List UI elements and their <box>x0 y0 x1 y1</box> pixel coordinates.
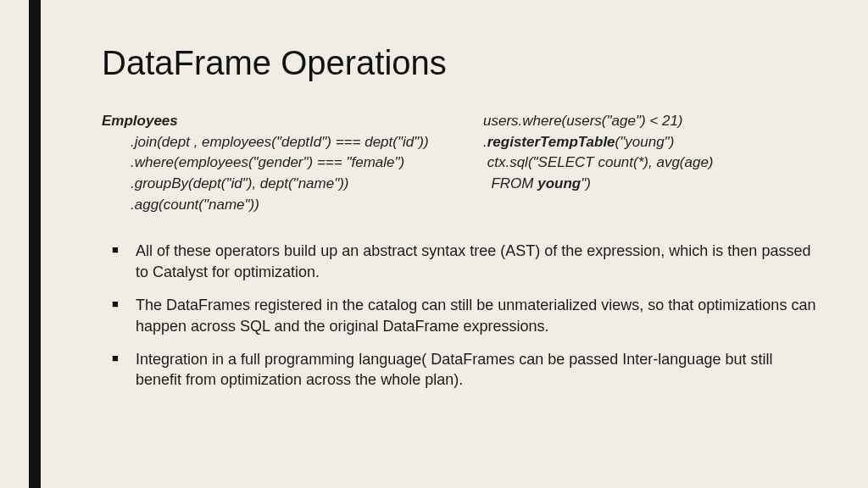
code-bold: Employees <box>102 113 178 129</box>
code-text: ("young") <box>615 134 675 150</box>
code-line: .where(employees("gender") === "female") <box>102 152 449 174</box>
slide-content: DataFrame Operations Employees .join(dep… <box>102 44 817 402</box>
code-line: .join(dept , employees("deptId") === dep… <box>102 132 449 153</box>
bullet-highlight: Catalyst <box>153 263 208 280</box>
code-line: ctx.sql("SELECT count(*), avg(age) <box>483 152 817 174</box>
code-line: .agg(count("name")) <box>102 195 449 216</box>
code-line: FROM young") <box>483 174 817 195</box>
code-line: users.where(users("age") < 21) <box>483 111 817 132</box>
code-bold: young <box>537 175 581 191</box>
code-line: .groupBy(dept("id"), dept("name")) <box>102 174 449 195</box>
slide-accent-bar <box>29 0 41 488</box>
bullet-text: The DataFrames registered in the catalog… <box>136 297 498 313</box>
code-right-column: users.where(users("age") < 21) .register… <box>483 111 817 215</box>
bullet-text: Integration in a full programming langua… <box>136 351 772 389</box>
code-left-column: Employees .join(dept , employees("deptId… <box>102 111 449 215</box>
code-line: Employees <box>102 111 449 132</box>
code-line: .registerTempTable("young") <box>483 132 817 153</box>
bullet-item: The DataFrames registered in the catalog… <box>136 295 817 337</box>
bullet-item: Integration in a full programming langua… <box>136 349 817 391</box>
bullet-list: All of these operators build up an abstr… <box>102 241 817 391</box>
code-columns: Employees .join(dept , employees("deptId… <box>102 111 817 215</box>
code-text: ") <box>581 175 591 191</box>
slide-title: DataFrame Operations <box>102 44 817 82</box>
bullet-highlight: unmaterialized views <box>498 297 639 313</box>
code-bold: registerTempTable <box>487 134 615 150</box>
code-text: FROM <box>483 175 537 191</box>
bullet-item: All of these operators build up an abstr… <box>136 241 817 283</box>
bullet-text: for optimization. <box>208 263 320 280</box>
